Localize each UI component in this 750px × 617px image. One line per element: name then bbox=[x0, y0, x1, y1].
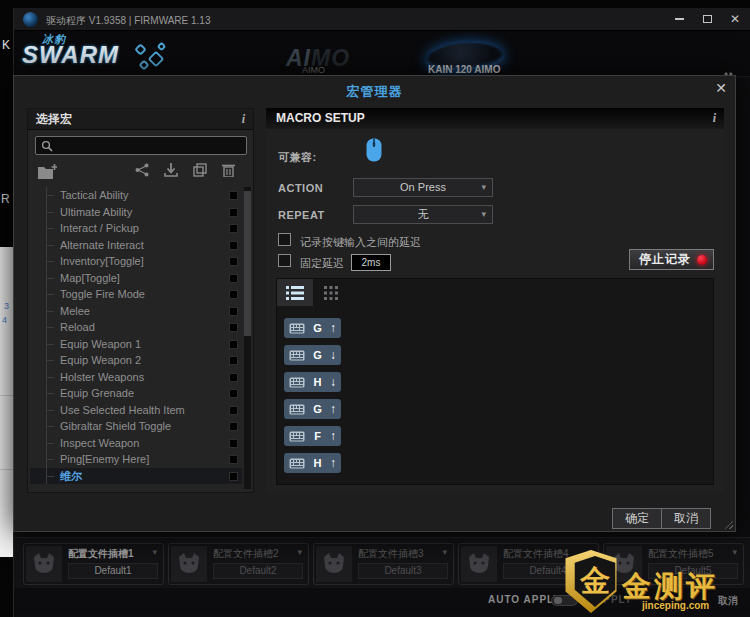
profile-slot[interactable]: 配置文件插槽3 ▾ Default3 bbox=[313, 543, 454, 585]
step-key-label: F bbox=[310, 430, 325, 442]
dialog-close-button[interactable]: ✕ bbox=[715, 80, 727, 96]
chevron-down-icon[interactable]: ▾ bbox=[297, 547, 302, 557]
repeat-dropdown[interactable]: 无 ▾ bbox=[353, 205, 493, 224]
macro-checkbox[interactable] bbox=[229, 422, 238, 431]
minimize-button[interactable] bbox=[670, 11, 688, 27]
macro-checkbox[interactable] bbox=[229, 208, 238, 217]
profile-slot[interactable]: 配置文件插槽1 ▾ Default1 bbox=[23, 543, 164, 585]
watermark-shield-icon: 金 bbox=[562, 550, 620, 613]
macro-step[interactable]: G ↑ bbox=[284, 399, 341, 419]
action-label: ACTION bbox=[278, 182, 323, 194]
new-folder-icon[interactable] bbox=[38, 164, 57, 179]
step-direction-arrow-icon: ↑ bbox=[330, 456, 336, 470]
profile-slot[interactable]: 配置文件插槽2 ▾ Default2 bbox=[168, 543, 309, 585]
macro-checkbox[interactable] bbox=[229, 439, 238, 448]
macro-checkbox[interactable] bbox=[229, 307, 238, 316]
macro-list-item[interactable]: Interact / Pickup bbox=[30, 220, 242, 237]
macro-checkbox[interactable] bbox=[229, 356, 238, 365]
macro-checkbox[interactable] bbox=[229, 241, 238, 250]
macro-checkbox[interactable] bbox=[229, 191, 238, 200]
macro-checkbox[interactable] bbox=[229, 323, 238, 332]
duplicate-icon[interactable] bbox=[193, 163, 207, 177]
info-icon[interactable]: i bbox=[242, 109, 245, 130]
search-icon bbox=[41, 140, 53, 152]
macro-checkbox[interactable] bbox=[229, 224, 238, 233]
background-letter-k: K bbox=[2, 38, 10, 52]
step-direction-arrow-icon: ↑ bbox=[330, 402, 336, 416]
record-delay-checkbox[interactable] bbox=[278, 233, 291, 246]
macro-list-item[interactable]: Equip Weapon 2 bbox=[30, 352, 242, 369]
watermark-url: jinceping.com bbox=[642, 600, 709, 611]
hex-dots-decoration bbox=[136, 43, 176, 73]
ok-button[interactable]: 确定 bbox=[612, 508, 662, 529]
step-key-label: H bbox=[310, 376, 325, 388]
resize-grip[interactable] bbox=[723, 519, 733, 529]
scrollbar-thumb[interactable] bbox=[244, 191, 251, 336]
macro-list-item[interactable]: Equip Grenade bbox=[30, 385, 242, 402]
macro-list-item[interactable]: 维尔 bbox=[30, 468, 242, 485]
macro-step[interactable]: H ↓ bbox=[284, 372, 341, 392]
keyboard-icon bbox=[289, 431, 305, 442]
macro-checkbox[interactable] bbox=[229, 274, 238, 283]
chevron-down-icon[interactable]: ▾ bbox=[152, 547, 157, 557]
delete-trash-icon[interactable] bbox=[222, 163, 235, 177]
macro-list-item[interactable]: Equip Weapon 1 bbox=[30, 336, 242, 353]
profile-name-field[interactable]: Default2 bbox=[213, 563, 303, 579]
macro-label: Melee bbox=[60, 305, 90, 317]
background-digit: 3 bbox=[4, 301, 9, 311]
tab-grid-view[interactable] bbox=[313, 279, 349, 306]
macro-checkbox[interactable] bbox=[229, 472, 238, 481]
action-dropdown[interactable]: On Press ▾ bbox=[353, 178, 493, 197]
macro-list-item[interactable]: Inspect Weapon bbox=[30, 435, 242, 452]
macro-step[interactable]: H ↑ bbox=[284, 453, 341, 473]
tab-list-view[interactable] bbox=[277, 279, 313, 306]
macro-list-item[interactable]: Use Selected Health Item bbox=[30, 402, 242, 419]
macro-list-item[interactable]: Melee bbox=[30, 303, 242, 320]
macro-checkbox[interactable] bbox=[229, 455, 238, 464]
macro-checkbox[interactable] bbox=[229, 290, 238, 299]
macro-list-item[interactable]: Map[Toggle] bbox=[30, 270, 242, 287]
setup-panel-title: MACRO SETUP bbox=[276, 111, 365, 125]
macro-list-item[interactable]: Tactical Ability bbox=[30, 187, 242, 204]
profile-name-field[interactable]: Default1 bbox=[68, 563, 158, 579]
step-key-label: G bbox=[310, 322, 325, 334]
macro-step[interactable]: F ↑ bbox=[284, 426, 341, 446]
profile-name-field[interactable]: Default3 bbox=[358, 563, 448, 579]
chevron-down-icon[interactable]: ▾ bbox=[442, 547, 447, 557]
macro-list-item[interactable]: Toggle Fire Mode bbox=[30, 286, 242, 303]
fixed-delay-input[interactable]: 2ms bbox=[351, 254, 391, 271]
macro-step[interactable]: G ↓ bbox=[284, 345, 341, 365]
import-icon[interactable] bbox=[164, 163, 178, 177]
window-close-button[interactable]: ✕ bbox=[726, 11, 744, 27]
macro-label: Reload bbox=[60, 321, 95, 333]
macro-search-input[interactable] bbox=[58, 138, 243, 153]
macro-label: Ping[Enemy Here] bbox=[60, 453, 149, 465]
cancel-button[interactable]: 取消 bbox=[661, 508, 711, 529]
tab-aimo[interactable]: AIMO bbox=[302, 65, 325, 75]
macro-list-item[interactable]: Gibraltar Shield Toggle bbox=[30, 418, 242, 435]
info-icon[interactable]: i bbox=[713, 108, 716, 129]
macro-list-item[interactable]: Inventory[Toggle] bbox=[30, 253, 242, 270]
tab-kain-120-aimo[interactable]: KAIN 120 AIMO bbox=[428, 64, 500, 75]
macro-list-item[interactable]: Ultimate Ability bbox=[30, 204, 242, 221]
macro-checkbox[interactable] bbox=[229, 373, 238, 382]
macro-list-item[interactable]: Holster Weapons bbox=[30, 369, 242, 386]
roccat-logo-icon bbox=[316, 546, 352, 582]
macro-list-item[interactable]: Reload bbox=[30, 319, 242, 336]
compatible-label: 可兼容: bbox=[278, 150, 317, 165]
macro-checkbox[interactable] bbox=[229, 406, 238, 415]
maximize-button[interactable] bbox=[698, 11, 716, 27]
macro-list-item[interactable]: Alternate Interact bbox=[30, 237, 242, 254]
share-icon[interactable] bbox=[135, 163, 149, 177]
stop-record-button[interactable]: 停止记录 bbox=[629, 249, 714, 270]
macro-checkbox[interactable] bbox=[229, 340, 238, 349]
profile-slot-label[interactable]: 配置文件插槽1 bbox=[68, 547, 134, 561]
macro-list-scrollbar[interactable] bbox=[244, 187, 251, 489]
profile-slot-label[interactable]: 配置文件插槽2 bbox=[213, 547, 279, 561]
fixed-delay-checkbox[interactable] bbox=[278, 254, 291, 267]
macro-checkbox[interactable] bbox=[229, 389, 238, 398]
profile-slot-label[interactable]: 配置文件插槽3 bbox=[358, 547, 424, 561]
macro-list-item[interactable]: Ping[Enemy Here] bbox=[30, 451, 242, 468]
macro-step[interactable]: G ↑ bbox=[284, 318, 341, 338]
macro-checkbox[interactable] bbox=[229, 257, 238, 266]
